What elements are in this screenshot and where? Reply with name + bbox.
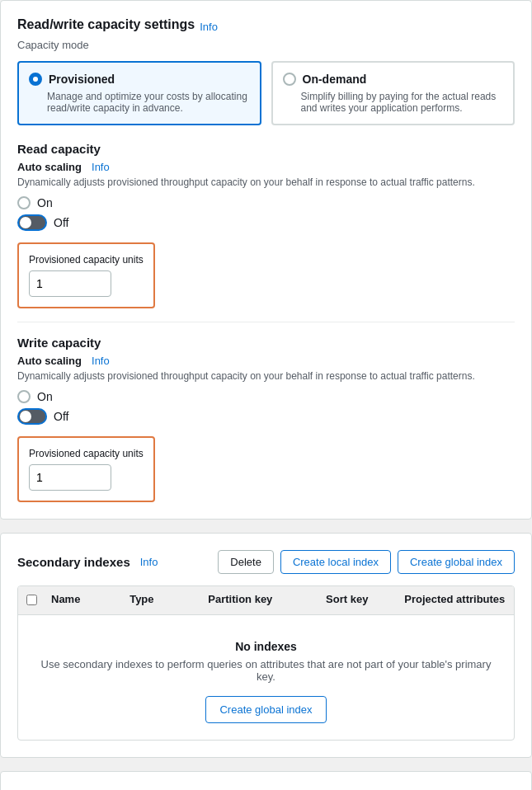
secondary-indexes-title: Secondary indexes <box>17 555 130 569</box>
provisioned-option[interactable]: Provisioned Manage and optimize your cos… <box>17 61 261 125</box>
write-provisioned-input[interactable] <box>29 464 111 491</box>
read-provisioned-label: Provisioned capacity units <box>29 254 144 266</box>
read-autoscaling-label: Auto scaling <box>17 161 82 173</box>
th-partition-key: Partition key <box>200 593 318 608</box>
read-provisioned-input[interactable] <box>29 270 111 297</box>
ondemand-radio[interactable] <box>283 73 296 86</box>
capacity-options: Provisioned Manage and optimize your cos… <box>17 61 515 125</box>
th-name: Name <box>43 593 121 608</box>
estimated-cost-section: Estimated read/write capacity cost Here … <box>0 771 532 790</box>
no-indexes-title: No indexes <box>35 640 497 653</box>
write-off-toggle[interactable] <box>17 408 47 425</box>
th-type: Type <box>121 593 200 608</box>
read-off-toggle[interactable] <box>17 214 47 231</box>
create-global-index-button-top[interactable]: Create global index <box>398 550 515 574</box>
secondary-indexes-info[interactable]: Info <box>140 556 158 568</box>
create-global-index-button-empty[interactable]: Create global index <box>205 696 326 723</box>
write-off-label: Off <box>54 410 68 423</box>
secondary-indexes-section: Secondary indexes Info Delete Create loc… <box>0 533 532 758</box>
write-capacity-title: Write capacity <box>17 336 515 350</box>
readwrite-section-title: Read/write capacity settings <box>17 17 195 32</box>
read-off-label: Off <box>54 216 68 229</box>
secondary-indexes-btn-group: Delete Create local index Create global … <box>218 550 515 574</box>
read-provisioned-box: Provisioned capacity units <box>17 242 155 308</box>
write-autoscaling-info[interactable]: Info <box>92 355 110 367</box>
write-off-option[interactable]: Off <box>17 408 515 425</box>
read-capacity-title: Read capacity <box>17 142 515 156</box>
th-checkbox <box>18 593 43 608</box>
ondemand-desc: Simplify billing by paying for the actua… <box>301 91 504 114</box>
write-autoscaling-desc: Dynamically adjusts provisioned throughp… <box>17 370 515 382</box>
read-capacity-section: Read capacity Auto scaling Info Dynamica… <box>17 142 515 308</box>
write-provisioned-box: Provisioned capacity units <box>17 436 155 502</box>
read-autoscaling-toggle: On Off <box>17 196 515 231</box>
secondary-header: Secondary indexes Info Delete Create loc… <box>17 550 515 574</box>
provisioned-desc: Manage and optimize your costs by alloca… <box>47 91 250 114</box>
write-on-radio[interactable] <box>17 390 31 403</box>
provisioned-label: Provisioned <box>49 73 115 86</box>
no-indexes-container: No indexes Use secondary indexes to perf… <box>18 615 514 740</box>
read-off-option[interactable]: Off <box>17 214 515 231</box>
write-on-option[interactable]: On <box>17 390 515 403</box>
provisioned-radio[interactable] <box>29 73 42 86</box>
write-capacity-section: Write capacity Auto scaling Info Dynamic… <box>17 336 515 502</box>
table-header: Name Type Partition key Sort key Project… <box>18 586 514 615</box>
read-on-option[interactable]: On <box>17 196 515 209</box>
read-on-radio[interactable] <box>17 196 31 209</box>
th-projected-attributes: Projected attributes <box>396 593 514 608</box>
read-on-label: On <box>37 196 53 209</box>
write-provisioned-label: Provisioned capacity units <box>29 448 144 459</box>
indexes-table: Name Type Partition key Sort key Project… <box>17 585 515 741</box>
no-indexes-desc: Use secondary indexes to perform queries… <box>35 658 497 683</box>
select-all-checkbox[interactable] <box>26 595 37 605</box>
read-autoscaling-desc: Dynamically adjusts provisioned throughp… <box>17 176 515 188</box>
th-sort-key: Sort key <box>318 593 396 608</box>
write-autoscaling-label: Auto scaling <box>17 355 82 367</box>
create-local-index-button[interactable]: Create local index <box>280 550 391 574</box>
read-autoscaling-info[interactable]: Info <box>92 161 110 173</box>
ondemand-option[interactable]: On-demand Simplify billing by paying for… <box>271 61 516 125</box>
readwrite-info-link[interactable]: Info <box>200 21 218 33</box>
write-autoscaling-toggle: On Off <box>17 390 515 425</box>
capacity-mode-label: Capacity mode <box>17 39 515 51</box>
ondemand-label: On-demand <box>303 73 367 86</box>
write-on-label: On <box>37 390 53 403</box>
delete-button[interactable]: Delete <box>218 550 274 574</box>
